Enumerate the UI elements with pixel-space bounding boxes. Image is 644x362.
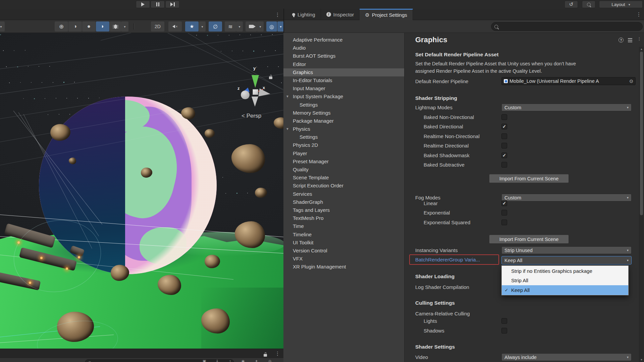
- settings-list-item[interactable]: VFX: [283, 255, 404, 263]
- import-from-scene-button[interactable]: Import From Current Scene: [489, 235, 569, 244]
- play-button[interactable]: [136, 1, 150, 8]
- default-render-pipeline-field[interactable]: Mobile_Low (Universal Render Pipeline A …: [501, 77, 636, 85]
- camera-settings-dropdown[interactable]: ▾: [257, 21, 264, 32]
- lock-icon[interactable]: [264, 354, 267, 357]
- layout-dropdown[interactable]: Layout ▾: [599, 1, 643, 8]
- checkbox[interactable]: ✓: [501, 153, 507, 158]
- foldout-icon[interactable]: ▼: [286, 93, 291, 101]
- settings-list-item[interactable]: ▼ Input System Package: [283, 93, 404, 101]
- video-shaders-dropdown[interactable]: Always include ▾: [501, 353, 632, 361]
- foldout-icon[interactable]: ▼: [286, 125, 291, 133]
- checkbox[interactable]: [501, 133, 507, 139]
- debug-draw-mode-dropdown[interactable]: ▾: [121, 21, 128, 32]
- gizmo-gray-axis[interactable]: [252, 97, 258, 107]
- audio-mute-button[interactable]: ✕: [168, 21, 182, 32]
- settings-search-input[interactable]: [491, 22, 643, 31]
- console-search-input[interactable]: [85, 359, 234, 362]
- settings-list-item[interactable]: Version Control: [283, 247, 404, 255]
- settings-list-item[interactable]: Physics 2D: [283, 141, 404, 149]
- panel-menu-icon[interactable]: ⋮: [637, 37, 641, 41]
- checkbox[interactable]: [501, 210, 507, 216]
- dropdown-menu-item[interactable]: Strip All: [502, 276, 628, 286]
- batchrenderergroup-variants-dropdown[interactable]: Keep All ▾: [501, 256, 632, 264]
- tab-project-settings[interactable]: ⚙ Project Settings: [360, 9, 413, 20]
- draw-mode-shaded-wireframe-button[interactable]: ◑: [68, 21, 82, 32]
- checkbox[interactable]: [501, 162, 507, 168]
- pane-menu-icon[interactable]: ⋮: [275, 351, 280, 357]
- settings-list-item[interactable]: Editor: [283, 60, 404, 68]
- camera-settings-button[interactable]: [246, 21, 257, 32]
- pane-menu-icon[interactable]: ⋮: [636, 11, 641, 17]
- panel-icon[interactable]: ◔: [229, 359, 231, 362]
- dropdown-menu-item[interactable]: ✓ Keep All: [502, 285, 628, 295]
- scene-viewport[interactable]: y x z < Persp: [0, 33, 283, 349]
- undo-history-button[interactable]: ↺: [565, 1, 578, 8]
- settings-list-item[interactable]: Package Manager: [283, 117, 404, 125]
- panel-icon[interactable]: ◉: [241, 359, 245, 362]
- tab-inspector[interactable]: i Inspector: [321, 9, 360, 20]
- tool-overflow-button[interactable]: ▾: [0, 21, 5, 32]
- settings-list-item[interactable]: Preset Manager: [283, 158, 404, 166]
- scene-gizmo[interactable]: y x z < Persp: [0, 33, 283, 39]
- settings-list-item[interactable]: ShaderGraph: [283, 198, 404, 206]
- gizmo-center-cube[interactable]: [253, 89, 258, 95]
- lock-icon[interactable]: [269, 76, 272, 79]
- presets-icon[interactable]: [628, 38, 632, 42]
- checkbox[interactable]: [501, 220, 507, 225]
- pane-menu-icon[interactable]: ⋮: [275, 12, 280, 18]
- draw-mode-shaded-button[interactable]: ●: [82, 21, 96, 32]
- gizmo-minus-axis[interactable]: [241, 90, 250, 99]
- checkbox[interactable]: [501, 328, 507, 334]
- settings-list-item[interactable]: Services: [283, 190, 404, 198]
- settings-list-item[interactable]: Settings: [283, 133, 404, 141]
- dropdown-menu-item[interactable]: Strip if no Entities Graphics package: [502, 266, 628, 276]
- scroll-down-icon[interactable]: ▼: [639, 358, 644, 361]
- draw-mode-wireframe-button[interactable]: ⊕: [55, 21, 68, 32]
- panel-scrollbar[interactable]: ▲ ▼: [639, 47, 644, 362]
- checkbox[interactable]: ✓: [501, 124, 507, 129]
- settings-list-item[interactable]: Quality: [283, 166, 404, 174]
- settings-list-item[interactable]: TextMesh Pro: [283, 214, 404, 222]
- hidden-objects-button[interactable]: ∅: [209, 21, 222, 32]
- settings-list-item[interactable]: XR Plugin Management: [283, 263, 404, 271]
- settings-list-item[interactable]: In-Editor Tutorials: [283, 76, 404, 84]
- gizmo-y-axis[interactable]: [252, 75, 259, 88]
- help-icon[interactable]: ?: [619, 38, 624, 43]
- pause-button[interactable]: [151, 1, 165, 8]
- settings-list-item[interactable]: Player: [283, 149, 404, 158]
- draw-mode-debug-button[interactable]: ◗: [96, 21, 109, 32]
- gizmos-button[interactable]: ◎: [266, 21, 277, 32]
- checkbox[interactable]: [501, 114, 507, 120]
- gizmos-dropdown[interactable]: ▾: [277, 21, 284, 32]
- settings-list-item[interactable]: Scene Template: [283, 174, 404, 182]
- 2d-mode-button[interactable]: 2D: [151, 21, 164, 32]
- import-from-scene-button[interactable]: Import From Current Scene: [489, 174, 569, 183]
- settings-list-item[interactable]: Adaptive Performance: [283, 36, 404, 44]
- settings-list-item[interactable]: Tags and Layers: [283, 206, 404, 214]
- effects-dropdown[interactable]: ▾: [199, 21, 206, 32]
- debug-draw-mode-button[interactable]: [110, 21, 121, 32]
- lightmap-modes-dropdown[interactable]: Custom ▾: [501, 104, 632, 111]
- checkbox[interactable]: [501, 143, 507, 148]
- object-picker-icon[interactable]: ⊙: [629, 78, 633, 84]
- panel-icon[interactable]: ▣: [203, 359, 206, 362]
- settings-list-item[interactable]: Burst AOT Settings: [283, 52, 404, 60]
- perspective-label[interactable]: < Persp: [241, 113, 261, 119]
- panel-icon[interactable]: ✦: [255, 359, 258, 362]
- settings-list-item[interactable]: Script Execution Order: [283, 182, 404, 190]
- layers-dropdown[interactable]: ▾: [236, 21, 243, 32]
- settings-list-item[interactable]: Input Manager: [283, 84, 404, 93]
- settings-list-item[interactable]: Settings: [283, 101, 404, 109]
- instancing-variants-dropdown[interactable]: Strip Unused ▾: [501, 246, 632, 254]
- step-button[interactable]: [165, 1, 179, 8]
- checkbox[interactable]: [501, 318, 507, 324]
- tab-lighting[interactable]: Lighting: [287, 9, 321, 20]
- settings-list-item[interactable]: Memory Settings: [283, 109, 404, 117]
- settings-list-item[interactable]: UI Toolkit: [283, 239, 404, 247]
- scrollbar-thumb[interactable]: [640, 52, 643, 215]
- gizmo-gray-axis[interactable]: [258, 88, 271, 98]
- checkbox[interactable]: ✓: [501, 200, 507, 206]
- search-everywhere-button[interactable]: [582, 1, 595, 8]
- settings-list-item[interactable]: Timeline: [283, 231, 404, 239]
- settings-list-item[interactable]: Graphics: [283, 68, 404, 76]
